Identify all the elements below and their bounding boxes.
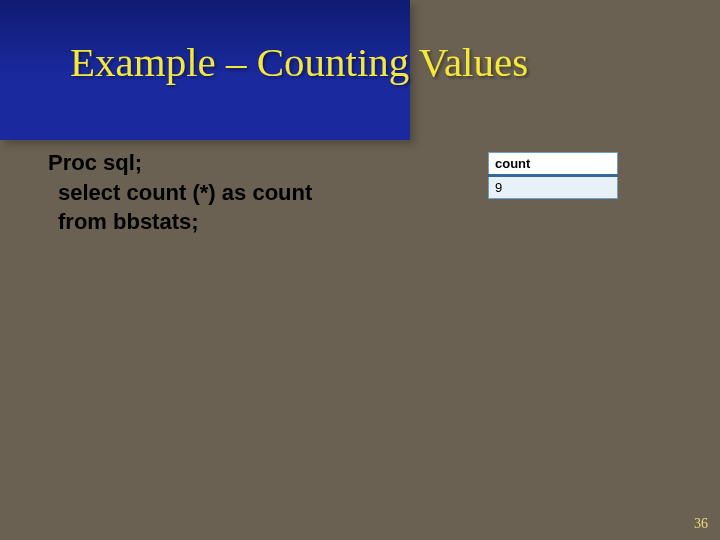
slide-title: Example – Counting Values [70,38,528,86]
table-header-count: count [489,153,618,176]
table-header-row: count [489,153,618,176]
table-row: 9 [489,176,618,199]
code-line-3: from bbstats; [48,207,312,237]
slide: Example – Counting Values Proc sql; sele… [0,0,720,540]
result-table: count 9 [488,152,618,199]
page-number: 36 [694,516,708,532]
sql-code-block: Proc sql; select count (*) as count from… [48,148,312,237]
table-cell-value: 9 [489,176,618,199]
code-line-2: select count (*) as count [48,178,312,208]
code-line-1: Proc sql; [48,148,312,178]
